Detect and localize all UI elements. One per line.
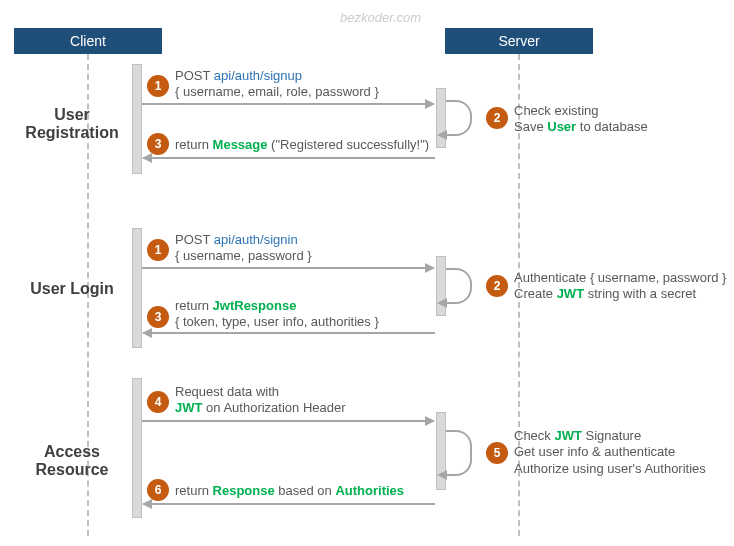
msg-login-1: POST api/auth/signin { username, passwor…: [175, 232, 312, 265]
step-badge-2b: 2: [486, 275, 508, 297]
arrow-reg-3: [143, 157, 435, 159]
step-badge-6: 6: [147, 479, 169, 501]
step-badge-3b: 3: [147, 306, 169, 328]
section-login: User Login: [12, 280, 132, 298]
step-badge-1a: 1: [147, 75, 169, 97]
section-registration: User Registration: [12, 106, 132, 143]
arrow-reg-1: [142, 103, 434, 105]
arrow-access-6: [143, 503, 435, 505]
lane-client-header: Client: [14, 28, 162, 54]
arrow-login-1: [142, 267, 434, 269]
step-badge-2a: 2: [486, 107, 508, 129]
msg-access-4: Request data with JWT on Authorization H…: [175, 384, 346, 417]
arrow-access-4: [142, 420, 434, 422]
msg-login-2: Authenticate { username, password } Crea…: [514, 270, 726, 303]
step-badge-1b: 1: [147, 239, 169, 261]
step-badge-5: 5: [486, 442, 508, 464]
section-access: Access Resource: [12, 443, 132, 480]
msg-reg-1: POST api/auth/signup { username, email, …: [175, 68, 379, 101]
msg-reg-3: return Message ("Registered successfully…: [175, 137, 429, 153]
activation-client-reg: [132, 64, 142, 174]
arrow-login-3: [143, 332, 435, 334]
selfloop-reg-2: [446, 100, 472, 136]
activation-client-login: [132, 228, 142, 348]
step-badge-3a: 3: [147, 133, 169, 155]
activation-client-access: [132, 378, 142, 518]
msg-access-5: Check JWT Signature Get user info & auth…: [514, 428, 706, 477]
msg-reg-2: Check existing Save User to database: [514, 103, 648, 136]
msg-login-3: return JwtResponse { token, type, user i…: [175, 298, 379, 331]
step-badge-4: 4: [147, 391, 169, 413]
lane-server-header: Server: [445, 28, 593, 54]
selfloop-login-2: [446, 268, 472, 304]
watermark: bezkoder.com: [340, 10, 421, 25]
msg-access-6: return Response based on Authorities: [175, 483, 404, 499]
selfloop-access-5: [446, 430, 472, 476]
